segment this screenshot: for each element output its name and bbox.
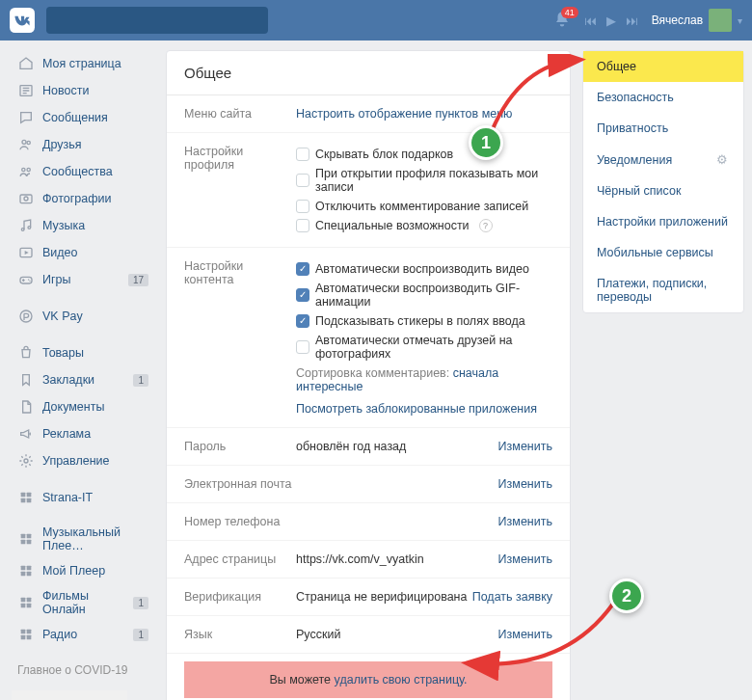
language-value: Русский [296,628,498,641]
section-menu-site: Меню сайта Настроить отображение пунктов… [167,95,570,133]
next-track-icon[interactable]: ⏭ [626,13,638,28]
sidebar-item-app[interactable]: Мой Плеер [12,557,154,584]
settings-tab-label: Чёрный список [597,184,681,198]
sidebar-item-shop[interactable]: Товары [12,339,154,366]
sidebar-item-manage[interactable]: Управление [12,447,154,474]
sidebar-item-app[interactable]: Strana-IT [12,484,154,511]
sidebar-item-app[interactable]: Радио1 [12,621,154,648]
notifications-button[interactable]: 41 [553,11,571,31]
change-email-link[interactable]: Изменить [498,477,552,491]
verification-request-link[interactable]: Подать заявку [472,590,552,604]
settings-tab-4[interactable]: Чёрный список [583,175,743,206]
content-option-2[interactable]: Подсказывать стикеры в полях ввода [296,311,552,331]
sidebar-item-label: Музыкальный Плее… [42,525,148,552]
sidebar-item-home[interactable]: Моя страница [12,50,154,77]
section-address: Адрес страницы https://vk.com/v_vyatkin … [167,541,570,579]
section-phone: Номер телефона Изменить [167,503,570,541]
delete-page-bar: Вы можете удалить свою страницу. [184,661,552,698]
sidebar-item-music[interactable]: Музыка [12,212,154,239]
profile-option-1[interactable]: При открытии профиля показывать мои запи… [296,164,552,197]
section-password: Пароль обновлён год назад Изменить [167,428,570,466]
configure-menu-link[interactable]: Настроить отображение пунктов меню [296,107,512,121]
covid-link[interactable]: Главное о COVID-19 [12,658,154,683]
settings-panel: Общее Меню сайта Настроить отображение п… [166,50,571,700]
left-sidebar: Моя страница Новости Сообщения Друзья Со… [12,50,154,700]
section-label: Электронная почта [184,477,296,491]
change-phone-link[interactable]: Изменить [498,515,552,528]
settings-tab-0[interactable]: Общее [583,51,743,82]
sidebar-item-app[interactable]: Музыкальный Плее… [12,521,154,557]
content-option-0[interactable]: Автоматически воспроизводить видео [296,259,552,279]
play-icon[interactable]: ▶ [606,13,616,28]
sidebar-item-label: VK Pay [42,310,83,323]
content-option-1[interactable]: Автоматически воспроизводить GIF-анимаци… [296,279,552,311]
comment-sort-link[interactable]: сначала интересные [296,366,498,393]
change-language-link[interactable]: Изменить [498,628,552,641]
vk-logo-icon[interactable] [10,8,35,33]
sidebar-item-video[interactable]: Видео [12,239,154,266]
blocked-apps-link[interactable]: Посмотреть заблокированные приложения [296,402,537,416]
news-icon [17,82,35,99]
checkbox[interactable] [296,219,309,232]
chevron-down-icon: ▾ [738,15,742,26]
sidebar-item-photo[interactable]: Фотографии [12,185,154,212]
sidebar-item-label: Реклама [42,427,91,441]
checkbox[interactable] [296,174,309,187]
settings-tab-5[interactable]: Настройки приложений [583,206,743,237]
settings-tab-label: Настройки приложений [597,215,728,229]
checkbox[interactable] [296,314,309,328]
svg-point-8 [21,229,24,231]
sidebar-item-label: Товары [42,346,84,360]
sidebar-item-pay[interactable]: VK Pay [12,303,154,330]
sidebar-item-label: Документы [42,400,104,414]
profile-option-3[interactable]: Специальные возможности? [296,216,552,235]
svg-rect-11 [20,277,32,283]
checkbox[interactable] [296,340,309,354]
sidebar-item-app[interactable]: Фильмы Онлайн1 [12,584,154,621]
ads-icon [17,425,35,443]
svg-rect-34 [21,635,26,640]
svg-rect-32 [21,630,26,634]
checkbox-label: Подсказывать стикеры в полях ввода [315,314,525,328]
checkbox[interactable] [296,200,309,213]
profile-option-0[interactable]: Скрывать блок подарков [296,145,552,164]
svg-point-2 [22,140,26,144]
settings-tab-label: Приватность [597,121,668,135]
content-option-3[interactable]: Автоматически отмечать друзей на фотогра… [296,331,552,363]
ad-image[interactable] [12,690,127,700]
svg-rect-28 [21,598,26,603]
bell-badge: 41 [561,7,578,18]
sidebar-item-docs[interactable]: Документы [12,393,154,420]
checkbox[interactable] [296,148,309,161]
settings-tab-1[interactable]: Безопасность [583,82,743,113]
change-password-link[interactable]: Изменить [498,440,552,453]
svg-point-13 [29,281,30,282]
help-icon[interactable]: ? [479,219,493,232]
settings-tab-3[interactable]: Уведомления⚙ [583,144,743,175]
nav-badge: 17 [128,274,148,286]
sidebar-item-groups[interactable]: Сообщества [12,158,154,185]
settings-tab-6[interactable]: Мобильные сервисы [583,237,743,268]
user-menu[interactable]: Вячеслав ▾ [652,9,742,32]
section-label: Язык [184,628,296,641]
comment-sort: Сортировка комментариев: сначала интерес… [296,363,552,396]
sidebar-item-friends[interactable]: Друзья [12,131,154,158]
search-input[interactable] [46,7,268,34]
sidebar-item-msg[interactable]: Сообщения [12,104,154,131]
profile-option-2[interactable]: Отключить комментирование записей [296,197,552,216]
sidebar-item-bookmark[interactable]: Закладки1 [12,366,154,393]
checkbox[interactable] [296,288,309,302]
gear-icon[interactable]: ⚙ [716,152,730,167]
prev-track-icon[interactable]: ⏮ [584,13,597,28]
sidebar-item-label: Сообщения [42,111,108,124]
sidebar-item-games[interactable]: Игры17 [12,266,154,293]
change-address-link[interactable]: Изменить [498,552,552,566]
sidebar-item-news[interactable]: Новости [12,77,154,104]
checkbox[interactable] [296,262,309,276]
settings-tab-7[interactable]: Платежи, подписки, переводы [583,268,743,312]
settings-tab-2[interactable]: Приватность [583,113,743,144]
delete-page-link[interactable]: удалить свою страницу. [335,673,468,687]
sidebar-item-ads[interactable]: Реклама [12,420,154,447]
checkbox-label: Автоматически воспроизводить видео [315,262,529,276]
sidebar-item-label: Моя страница [42,57,121,70]
